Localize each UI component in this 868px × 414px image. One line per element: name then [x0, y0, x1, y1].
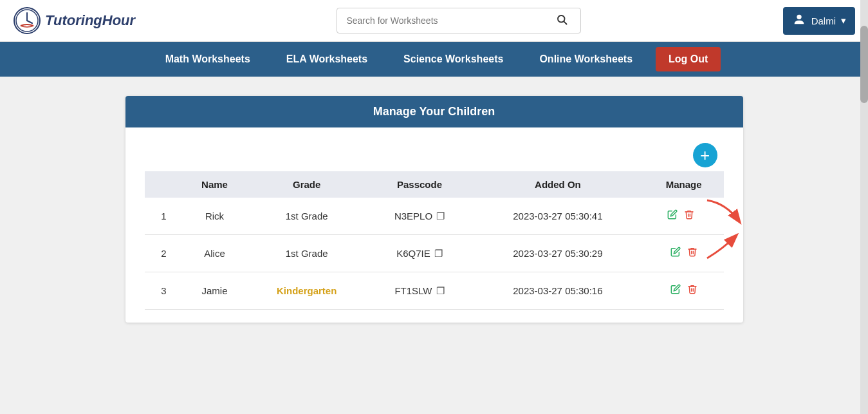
svg-line-5 [564, 21, 567, 24]
children-table: Name Grade Passcode Added On Manage 1Ric… [145, 171, 724, 310]
logout-button[interactable]: Log Out [656, 47, 721, 71]
user-menu[interactable]: Dalmi ▾ [783, 7, 855, 35]
person-icon [792, 12, 806, 26]
delete-button[interactable] [687, 247, 697, 260]
user-avatar-icon [792, 12, 806, 30]
edit-icon [670, 284, 681, 294]
row-name: Rick [183, 198, 246, 235]
search-icon [556, 14, 568, 25]
row-num: 1 [145, 198, 183, 235]
row-added-on: 2023-03-27 05:30:41 [472, 198, 644, 235]
logo[interactable]: TutoringHour [13, 6, 135, 35]
search-button[interactable] [549, 8, 574, 33]
copy-passcode-button[interactable]: ❐ [436, 211, 445, 222]
row-name: Alice [183, 235, 246, 272]
delete-button[interactable] [687, 284, 697, 297]
delete-button[interactable] [684, 209, 694, 223]
row-passcode: K6Q7IE❐ [367, 235, 472, 272]
row-passcode: N3EPLO❐ [367, 198, 472, 235]
nav-math[interactable]: Math Worksheets [147, 42, 268, 77]
user-name: Dalmi [811, 15, 836, 26]
row-manage [644, 272, 724, 310]
nav-online[interactable]: Online Worksheets [521, 42, 651, 77]
add-btn-row: + [145, 134, 724, 171]
table-title: Manage Your Children [125, 96, 743, 127]
col-manage: Manage [644, 171, 724, 198]
scrollbar-thumb[interactable] [860, 26, 868, 103]
table-container: + Name Grade Passcode Added On Manage 1R… [125, 127, 743, 323]
manage-actions [649, 284, 719, 297]
trash-icon [687, 247, 697, 257]
row-manage [644, 235, 724, 272]
logo-text: TutoringHour [45, 12, 135, 29]
edit-button[interactable] [667, 209, 678, 223]
table-row: 2Alice1st GradeK6Q7IE❐2023-03-27 05:30:2… [145, 235, 724, 272]
row-grade: 1st Grade [246, 198, 367, 235]
col-name: Name [183, 171, 246, 198]
header: TutoringHour Dalmi ▾ [0, 0, 868, 42]
add-child-button[interactable]: + [693, 143, 717, 167]
edit-button[interactable] [670, 247, 681, 260]
nav-bar: Math Worksheets ELA Worksheets Science W… [0, 42, 868, 77]
copy-passcode-button[interactable]: ❐ [434, 248, 443, 259]
main-content: Manage Your Children + Name Grade Passco… [125, 96, 743, 323]
row-num: 3 [145, 272, 183, 310]
col-added-on: Added On [472, 171, 644, 198]
arrow-annotation-top [701, 197, 743, 236]
row-added-on: 2023-03-27 05:30:16 [472, 272, 644, 310]
row-name: Jamie [183, 272, 246, 310]
search-input[interactable] [337, 10, 549, 31]
row-manage [644, 198, 724, 235]
nav-science[interactable]: Science Worksheets [385, 42, 521, 77]
table-row: 3JamieKindergartenFT1SLW❐2023-03-27 05:3… [145, 272, 724, 310]
copy-passcode-button[interactable]: ❐ [436, 285, 445, 297]
col-passcode: Passcode [367, 171, 472, 198]
scrollbar[interactable] [860, 0, 868, 414]
table-row: 1Rick1st GradeN3EPLO❐2023-03-27 05:30:41 [145, 198, 724, 235]
search-area [337, 8, 581, 33]
trash-icon [687, 284, 697, 294]
col-num [145, 171, 183, 198]
row-num: 2 [145, 235, 183, 272]
passcode-value: K6Q7IE [396, 248, 430, 259]
edit-icon [667, 209, 678, 220]
row-grade: 1st Grade [246, 235, 367, 272]
edit-icon [670, 247, 681, 257]
svg-point-6 [797, 14, 801, 19]
row-grade: Kindergarten [246, 272, 367, 310]
user-dropdown-arrow: ▾ [841, 15, 846, 26]
nav-ela[interactable]: ELA Worksheets [268, 42, 385, 77]
trash-icon [684, 209, 694, 220]
edit-button[interactable] [670, 284, 681, 297]
row-passcode: FT1SLW❐ [367, 272, 472, 310]
col-grade: Grade [246, 171, 367, 198]
logo-icon [13, 6, 41, 35]
passcode-value: N3EPLO [394, 211, 432, 221]
row-added-on: 2023-03-27 05:30:29 [472, 235, 644, 272]
manage-actions [649, 209, 719, 223]
passcode-value: FT1SLW [394, 285, 432, 296]
manage-actions [649, 247, 719, 260]
